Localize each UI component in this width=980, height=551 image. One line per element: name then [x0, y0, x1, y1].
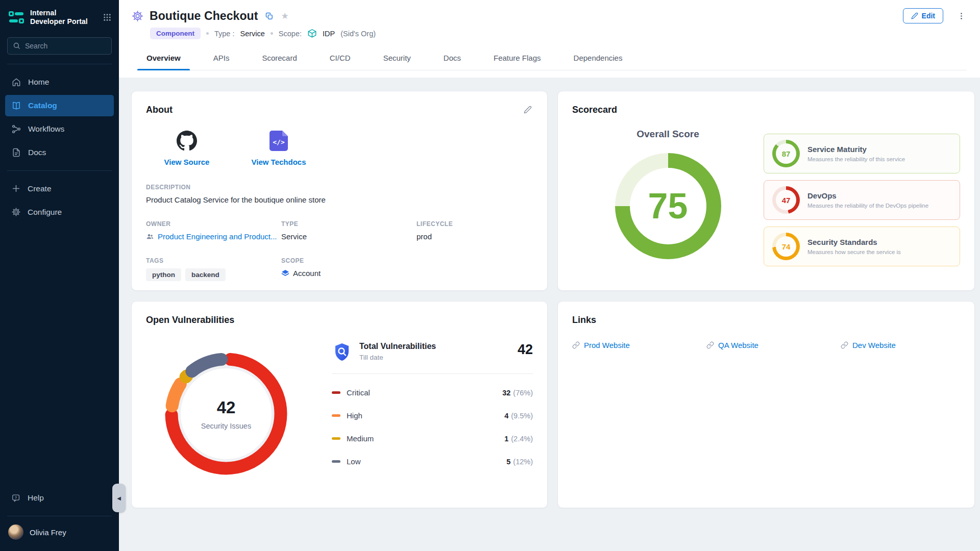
till-date-label: Till date [359, 354, 436, 361]
legend-row-critical: Critical 32 (76%) [332, 388, 533, 397]
tab-feature-flags[interactable]: Feature Flags [493, 49, 542, 70]
sidebar-item-help[interactable]: ? Help [5, 487, 114, 509]
sidebar-item-label: Workflows [28, 124, 64, 134]
sidebar-item-catalog[interactable]: Catalog [5, 95, 114, 116]
vulnerabilities-legend: Total Vulnerabilities Till date 42 Criti… [332, 342, 533, 483]
sidebar: Internal Developer Portal Search Home [0, 0, 119, 551]
medium-dash-icon [332, 437, 340, 440]
sidebar-collapse-handle[interactable]: ◀ [112, 484, 126, 512]
score-ring-value: 74 [776, 236, 796, 257]
tags-label: TAGS [146, 257, 281, 264]
sidebar-item-label: Home [28, 78, 49, 87]
about-card: About View Source [131, 91, 548, 291]
owner-value: Product Engineering and Product... [158, 232, 277, 241]
svg-text:</>: </> [273, 138, 285, 146]
sidebar-item-configure[interactable]: Configure [5, 202, 114, 223]
shield-scan-icon [332, 342, 352, 362]
tab-docs[interactable]: Docs [443, 49, 462, 70]
scorecard-item-desc: Measures the reliability of the DevOps p… [807, 203, 928, 209]
scorecard-item-name: DevOps [807, 191, 928, 200]
entity-kind-badge: Component [150, 28, 201, 39]
type-field-label: TYPE [281, 220, 416, 228]
search-icon [13, 42, 20, 49]
total-vulnerabilities-value: 42 [518, 342, 533, 358]
help-chat-icon: ? [11, 493, 21, 503]
tab-bar: Overview APIs Scorecard CI/CD Security D… [145, 49, 967, 70]
sidebar-item-label: Help [28, 493, 44, 503]
scorecard-title: Scorecard [572, 105, 960, 115]
sidebar-item-label: Configure [28, 208, 62, 217]
apps-grid-icon[interactable] [103, 13, 112, 22]
sidebar-item-create[interactable]: Create [5, 178, 114, 199]
scorecard-card: Scorecard Overall Score 75 87 Service Ma… [557, 91, 975, 291]
copy-icon[interactable] [264, 11, 275, 21]
scope-field-label: SCOPE [281, 257, 416, 264]
high-dash-icon [332, 414, 340, 417]
github-icon [177, 131, 197, 151]
score-ring-value: 87 [776, 143, 796, 164]
kebab-menu-icon[interactable] [956, 11, 967, 21]
tab-cicd[interactable]: CI/CD [329, 49, 352, 70]
links-title: Links [572, 315, 960, 325]
scorecard-item-devops[interactable]: 47 DevOps Measures the reliability of th… [764, 180, 960, 220]
divider [7, 170, 112, 171]
user-name: Olivia Frey [30, 528, 66, 537]
score-ring-value: 47 [776, 190, 796, 210]
tag-chip[interactable]: backend [185, 268, 226, 281]
lifecycle-value: prod [416, 232, 533, 241]
sidebar-item-workflows[interactable]: Workflows [5, 118, 114, 140]
divider [7, 516, 112, 516]
tab-apis[interactable]: APIs [212, 49, 231, 70]
owner-link[interactable]: Product Engineering and Product... [146, 232, 281, 241]
user-menu[interactable]: Olivia Frey [0, 518, 119, 551]
scorecard-item-desc: Measures how secure the service is [807, 249, 901, 255]
gear-icon [11, 207, 21, 217]
sidebar-item-docs[interactable]: Docs [5, 142, 114, 163]
overall-score-label: Overall Score [636, 129, 699, 140]
tab-overview[interactable]: Overview [145, 49, 182, 70]
qa-website-link[interactable]: QA Website [706, 341, 841, 349]
app-title: Internal Developer Portal [30, 9, 88, 26]
vulnerabilities-donut: 42 Security Issues [157, 345, 295, 483]
sidebar-item-label: Catalog [28, 101, 57, 110]
search-input[interactable]: Search [7, 37, 112, 55]
security-issues-count: 42 [217, 398, 236, 417]
view-techdocs-label: View Techdocs [252, 158, 306, 166]
view-source-link[interactable]: View Source [151, 131, 223, 166]
view-techdocs-link[interactable]: </> View Techdocs [243, 131, 314, 166]
low-dash-icon [332, 460, 340, 463]
tab-security[interactable]: Security [382, 49, 412, 70]
edit-button[interactable]: Edit [903, 8, 943, 23]
overall-score-value: 75 [648, 186, 688, 227]
total-vulnerabilities-title: Total Vulnerabilities [359, 342, 436, 351]
content-grid: About View Source [119, 78, 980, 551]
tab-dependencies[interactable]: Dependencies [573, 49, 624, 70]
favorite-star-icon[interactable]: ★ [280, 11, 290, 21]
scorecard-item-service-maturity[interactable]: 87 Service Maturity Measures the reliabi… [764, 134, 960, 173]
type-label: Type : [214, 30, 235, 38]
logo-row: Internal Developer Portal [0, 0, 119, 33]
owner-label: OWNER [146, 220, 281, 228]
about-edit-pencil-icon[interactable] [523, 105, 533, 115]
legend-row-low: Low 5 (12%) [332, 457, 533, 466]
home-icon [11, 77, 21, 87]
account-scope-icon [281, 269, 289, 278]
dev-website-link[interactable]: Dev Website [841, 341, 975, 349]
divider [7, 64, 112, 64]
tab-scorecard[interactable]: Scorecard [261, 49, 298, 70]
scorecard-item-security-standards[interactable]: 74 Security Standards Measures how secur… [764, 227, 960, 266]
scorecard-list: 87 Service Maturity Measures the reliabi… [764, 134, 960, 266]
page-header: Boutique Checkout ★ Edit [119, 0, 980, 78]
scope-org: (Sid's Org) [340, 30, 376, 38]
sidebar-item-home[interactable]: Home [5, 71, 114, 93]
sidebar-item-label: Docs [28, 148, 46, 157]
svg-text:?: ? [15, 495, 17, 499]
tag-chip[interactable]: python [146, 268, 181, 281]
cube-icon [307, 29, 317, 38]
edit-label: Edit [922, 12, 935, 20]
critical-dash-icon [332, 391, 340, 394]
workflows-icon [11, 124, 21, 134]
scorecard-item-desc: Measures the reliability of this service [807, 156, 905, 162]
prod-website-link[interactable]: Prod Website [572, 341, 706, 349]
description-value: Product Catalog Service for the boutique… [146, 195, 533, 204]
